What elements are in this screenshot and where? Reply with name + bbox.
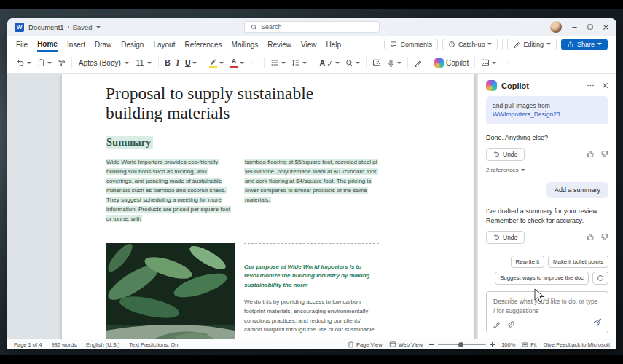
picture-button[interactable]	[369, 56, 384, 69]
dictate-button[interactable]	[384, 57, 404, 69]
divider	[474, 57, 475, 68]
document-title-menu[interactable]: Document1 Saved	[28, 23, 101, 31]
comments-button[interactable]: Comments	[384, 39, 438, 50]
tab-file[interactable]: File	[16, 37, 28, 51]
refresh-suggestions-button[interactable]	[592, 272, 608, 285]
chevron-down-icon	[335, 62, 340, 64]
picture-icon	[372, 58, 381, 67]
word-app-icon: W	[15, 23, 24, 32]
share-icon	[567, 41, 574, 48]
summary-columns: Wide World Importers provides eco-friend…	[106, 158, 379, 224]
line-spacing-icon	[291, 58, 300, 67]
copilot-prompt-input[interactable]: Describe what you'd like to do, or type …	[486, 291, 608, 334]
underline-button[interactable]: U	[182, 56, 200, 69]
undo-button[interactable]: Undo	[486, 148, 525, 161]
search-input[interactable]: Search	[244, 21, 380, 33]
document-canvas[interactable]: Proposal to supply sustainable building …	[7, 74, 477, 339]
chevron-down-icon	[281, 62, 286, 64]
font-name-value: Aptos (Body)	[79, 59, 121, 67]
send-icon[interactable]	[592, 317, 602, 327]
maximize-button[interactable]	[587, 24, 593, 30]
web-view-button[interactable]: Web View	[389, 341, 423, 348]
tab-insert[interactable]: Insert	[67, 37, 85, 51]
zoom-slider[interactable]	[438, 344, 486, 345]
close-button[interactable]	[603, 24, 609, 31]
tab-review[interactable]: Review	[267, 37, 291, 51]
zoom-level[interactable]: 100%	[501, 341, 515, 348]
copilot-done-message: Done. Anything else?	[486, 133, 608, 143]
minimize-button[interactable]	[571, 24, 578, 31]
body-paragraph: We do this by providing access to low ca…	[244, 298, 379, 335]
chip-suggest-improvements[interactable]: Suggest ways to improve the doc	[495, 272, 589, 285]
find-button[interactable]	[342, 57, 363, 69]
zoom-out-icon[interactable]	[429, 344, 434, 344]
bullets-button[interactable]	[267, 56, 289, 69]
copilot-panel-title: Copilot	[501, 82, 529, 90]
editor-button[interactable]	[411, 57, 425, 69]
font-color-button[interactable]: A	[227, 56, 247, 70]
formatting-toolbar: Aptos (Body) 11 B I U	[7, 52, 616, 74]
page-indicator[interactable]: Page 1 of 4	[14, 341, 42, 348]
styles-button[interactable]: A	[316, 56, 342, 69]
ellipsis-icon	[250, 59, 258, 67]
highlight-button[interactable]	[206, 56, 227, 70]
editing-mode-button[interactable]: Editing	[507, 39, 557, 50]
word-count[interactable]: 932 words	[51, 341, 77, 348]
tab-help[interactable]: Help	[326, 37, 342, 51]
copilot-label: Copilot	[446, 59, 469, 67]
tab-design[interactable]: Design	[121, 37, 144, 51]
clipboard-icon	[37, 58, 45, 67]
language-indicator[interactable]: English (U.S.)	[86, 341, 119, 348]
tab-references[interactable]: References	[184, 37, 222, 51]
chip-make-it-bullet-points[interactable]: Make it bullet points	[548, 256, 608, 268]
undo-button[interactable]	[13, 57, 34, 69]
font-size-select[interactable]: 11	[133, 57, 155, 69]
more-toolbar-button[interactable]	[499, 57, 513, 69]
fit-button[interactable]: Fit	[522, 341, 536, 348]
paste-button[interactable]	[34, 56, 55, 69]
close-panel-icon[interactable]	[602, 82, 608, 89]
italic-glyph: I	[176, 59, 179, 67]
styles-pen-icon	[327, 60, 333, 66]
thumbs-down-icon[interactable]	[600, 150, 608, 158]
page-view-button[interactable]: Page View	[348, 341, 383, 348]
format-painter-button[interactable]	[55, 57, 68, 69]
bold-button[interactable]: B	[162, 56, 173, 69]
italic-button[interactable]: I	[173, 57, 182, 69]
prompt-file-link[interactable]: WWImporters_Design23	[493, 110, 602, 119]
tab-mailings[interactable]: Mailings	[232, 37, 259, 51]
tab-draw[interactable]: Draw	[95, 37, 111, 51]
undo-button[interactable]: Undo	[486, 231, 525, 244]
thumbs-up-icon[interactable]	[587, 233, 595, 241]
copilot-button[interactable]: Copilot	[431, 56, 471, 70]
more-options-icon[interactable]	[587, 82, 595, 90]
zoom-slider-knob[interactable]	[458, 342, 463, 347]
references-toggle[interactable]: 2 references	[486, 167, 608, 173]
copilot-panel: Copilot and pull images from WWImporters…	[477, 74, 616, 339]
line-spacing-button[interactable]	[289, 56, 310, 69]
zoom-in-icon[interactable]	[490, 342, 495, 347]
feedback-link[interactable]: Give Feedback to Microsoft	[544, 341, 610, 348]
document-page[interactable]: Proposal to supply sustainable building …	[62, 74, 474, 339]
text-predictions-indicator[interactable]: Text Predictions: On	[129, 341, 178, 348]
share-button[interactable]: Share	[561, 39, 608, 50]
more-font-options-button[interactable]	[247, 57, 261, 69]
page-view-icon	[348, 341, 354, 348]
tab-home[interactable]: Home	[37, 36, 58, 52]
attach-paperclip-icon[interactable]	[506, 320, 514, 328]
designer-button[interactable]	[478, 56, 499, 69]
zoom-control	[429, 342, 495, 347]
thumbs-up-icon[interactable]	[587, 150, 595, 158]
chip-rewrite-it[interactable]: Rewrite it	[511, 256, 545, 268]
font-name-select[interactable]: Aptos (Body)	[75, 57, 133, 69]
tab-view[interactable]: View	[301, 37, 317, 51]
divider	[366, 57, 367, 68]
catch-up-button[interactable]: Catch-up	[442, 39, 498, 50]
status-bar: Page 1 of 4 932 words English (U.S.) Tex…	[7, 339, 616, 349]
purpose-statement: Our purpose at Wide World Importers is t…	[244, 263, 379, 290]
compose-pen-icon[interactable]	[493, 320, 501, 328]
thumbs-down-icon[interactable]	[600, 233, 608, 241]
tab-layout[interactable]: Layout	[153, 37, 175, 51]
user-avatar[interactable]	[550, 21, 562, 33]
copilot-conversation: and pull images from WWImporters_Design2…	[478, 96, 616, 339]
